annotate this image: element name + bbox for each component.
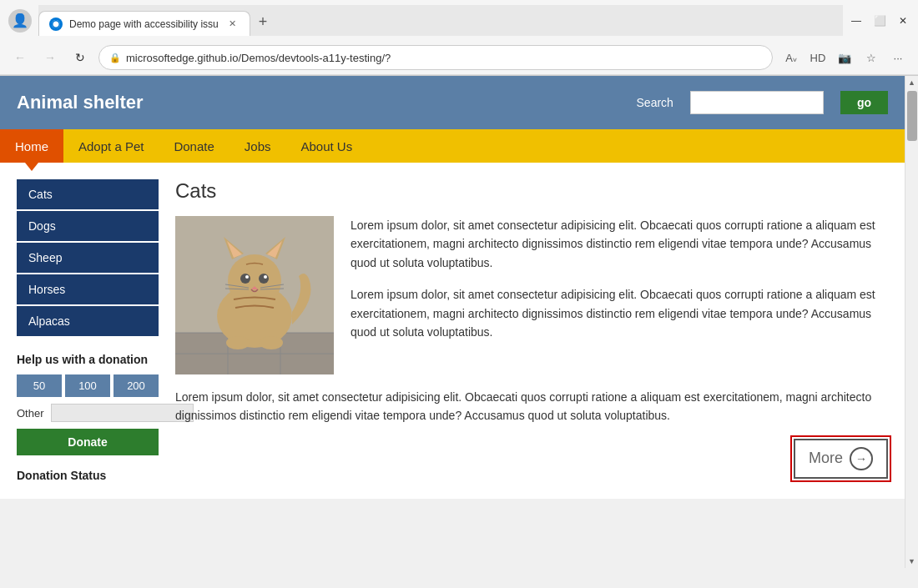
go-button[interactable]: go [840, 91, 888, 114]
web-capture-icon[interactable]: 📷 [833, 46, 856, 69]
sidebar-item-sheep[interactable]: Sheep [17, 243, 159, 273]
lock-icon: 🔒 [109, 53, 121, 63]
immersive-reader-icon[interactable]: HD [806, 46, 830, 69]
sidebar-item-cats[interactable]: Cats [17, 179, 159, 209]
edge-icon [49, 18, 63, 31]
donate-button[interactable]: Donate [17, 429, 159, 455]
more-tools-icon[interactable]: ··· [886, 46, 910, 69]
nav-item-jobs[interactable]: Jobs [230, 129, 286, 163]
svg-point-13 [240, 274, 250, 284]
other-amount-row: Other [17, 404, 159, 422]
scroll-up-button[interactable]: ▲ [905, 76, 918, 89]
amount-100-button[interactable]: 100 [65, 374, 110, 397]
back-button[interactable]: ← [8, 46, 32, 69]
nav-item-home[interactable]: Home [0, 129, 63, 163]
sidebar-item-dogs[interactable]: Dogs [17, 211, 159, 241]
nav-bar: Home Adopt a Pet Donate Jobs About Us [0, 129, 905, 163]
favorites-icon[interactable]: ☆ [860, 46, 883, 69]
sidebar-nav: Cats Dogs Sheep Horses Alpacas [17, 179, 159, 336]
close-button[interactable]: ✕ [896, 14, 910, 28]
search-input[interactable] [690, 91, 824, 114]
svg-point-16 [264, 275, 267, 279]
user-avatar: 👤 [8, 9, 32, 33]
sidebar-item-alpacas[interactable]: Alpacas [17, 306, 159, 336]
sidebar-item-horses[interactable]: Horses [17, 274, 159, 304]
donation-box: Help us with a donation 50 100 200 Other… [17, 353, 159, 455]
cat-image [175, 216, 334, 374]
other-amount-input[interactable] [51, 404, 194, 422]
content-area: Cats [175, 179, 888, 482]
donation-title: Help us with a donation [17, 353, 159, 366]
restore-button[interactable]: ⬜ [873, 14, 886, 28]
scroll-down-button[interactable]: ▼ [905, 555, 918, 568]
site-header: Animal shelter Search go [0, 76, 905, 129]
main-area: Cats Dogs Sheep Horses Alpacas Help us w… [0, 163, 905, 499]
content-paragraphs: Lorem ipsum dolor, sit amet consectetur … [351, 216, 888, 374]
more-button-container: More → [175, 439, 888, 479]
nav-item-about[interactable]: About Us [285, 129, 367, 163]
nav-item-donate[interactable]: Donate [159, 129, 229, 163]
tab-close-button[interactable]: ✕ [225, 17, 240, 31]
search-label: Search [637, 96, 673, 109]
donation-amounts: 50 100 200 [17, 374, 159, 397]
scrollbar[interactable]: ▲ ▼ [905, 76, 918, 568]
paragraph-2: Lorem ipsum dolor, sit amet consectetur … [351, 285, 888, 341]
url-text: microsoftedge.github.io/Demos/devtools-a… [126, 52, 391, 64]
minimize-button[interactable]: — [850, 14, 863, 28]
scroll-thumb[interactable] [907, 91, 917, 141]
active-tab[interactable]: Demo page with accessibility issu ✕ [38, 11, 250, 36]
more-button[interactable]: More → [794, 439, 888, 479]
donation-status-title: Donation Status [17, 469, 159, 482]
refresh-button[interactable]: ↻ [68, 46, 92, 69]
paragraph-1: Lorem ipsum dolor, sit amet consectetur … [351, 216, 888, 272]
svg-point-15 [245, 275, 249, 279]
amount-50-button[interactable]: 50 [17, 374, 62, 397]
svg-point-14 [259, 274, 269, 284]
tab-title: Demo page with accessibility issu [69, 18, 219, 30]
svg-point-23 [260, 336, 283, 349]
more-label: More [809, 450, 843, 467]
nav-item-adopt[interactable]: Adopt a Pet [63, 129, 159, 163]
svg-point-22 [226, 336, 250, 349]
more-arrow-icon: → [850, 447, 873, 470]
amount-200-button[interactable]: 200 [113, 374, 159, 397]
forward-button[interactable]: → [38, 46, 62, 69]
cat-image-area: Lorem ipsum dolor, sit amet consectetur … [175, 216, 888, 374]
site-title: Animal shelter [17, 92, 620, 113]
paragraph-3: Lorem ipsum dolor, sit amet consectetur … [175, 388, 888, 425]
content-title: Cats [175, 179, 888, 203]
other-label: Other [17, 407, 44, 420]
address-bar[interactable]: 🔒 microsoftedge.github.io/Demos/devtools… [98, 45, 773, 70]
read-aloud-icon[interactable]: Aᵥ [779, 46, 803, 69]
sidebar: Cats Dogs Sheep Horses Alpacas Help us w… [17, 179, 159, 482]
new-tab-button[interactable]: + [250, 8, 276, 36]
